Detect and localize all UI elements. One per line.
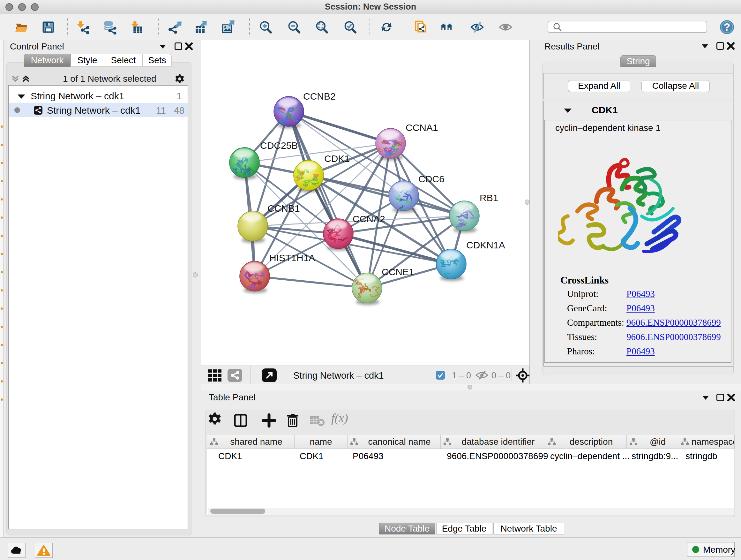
svg-text:RB1: RB1 — [480, 192, 498, 203]
svg-text:CCNB1: CCNB1 — [267, 203, 300, 213]
svg-text:HIST1H1A: HIST1H1A — [269, 253, 315, 263]
svg-text:CDC25B: CDC25B — [260, 140, 298, 151]
svg-text:CDK1: CDK1 — [324, 153, 350, 164]
svg-text:CCNE1: CCNE1 — [382, 266, 414, 277]
svg-text:CDC6: CDC6 — [418, 174, 445, 184]
svg-text:?: ? — [724, 21, 731, 33]
svg-text:CCNA1: CCNA1 — [406, 122, 438, 133]
svg-text:CDKN1A: CDKN1A — [466, 240, 505, 250]
svg-text:CCNB2: CCNB2 — [303, 91, 336, 102]
svg-text:CCNA2: CCNA2 — [353, 213, 385, 224]
